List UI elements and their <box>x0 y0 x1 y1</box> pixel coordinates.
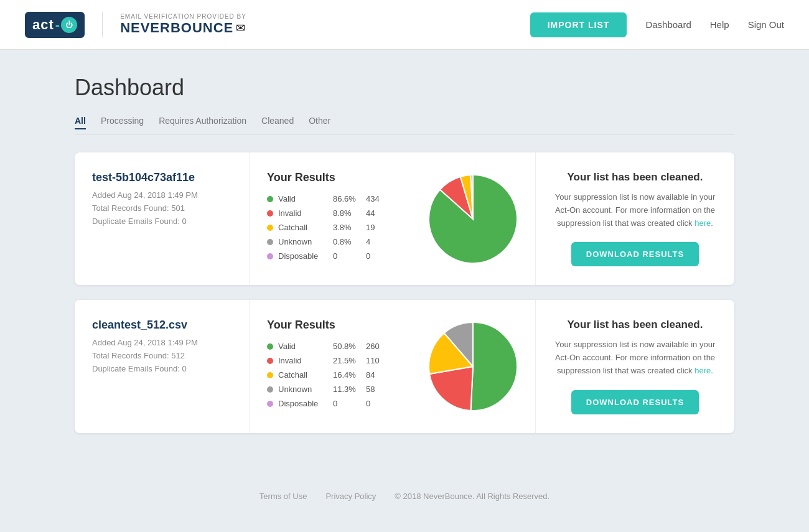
result-pct-4: 0 <box>333 399 361 408</box>
card-0: test-5b104c73af11e Added Aug 24, 2018 1:… <box>75 152 734 285</box>
result-row-3: Unknown 11.3% 58 <box>267 385 393 394</box>
dot-0 <box>267 196 273 202</box>
result-count-0: 260 <box>366 342 380 351</box>
card-results-0: Your Results Valid 86.6% 434 Invalid 8.8… <box>249 152 411 285</box>
result-label-4: Disposable <box>278 251 328 261</box>
list-dupes-1: Duplicate Emails Found: 0 <box>92 364 231 373</box>
dot-2 <box>267 372 273 378</box>
result-label-0: Valid <box>278 194 328 203</box>
cleaned-desc-0: Your suppression list is now available i… <box>553 191 717 230</box>
dot-4 <box>267 253 273 259</box>
download-button-1[interactable]: DOWNLOAD RESULTS <box>571 390 699 414</box>
result-count-3: 58 <box>366 385 375 394</box>
list-total-0: Total Records Found: 501 <box>92 203 231 213</box>
card-right-0: Your list has been cleaned. Your suppres… <box>535 152 734 285</box>
logo-act-text: act <box>32 17 54 33</box>
result-count-2: 84 <box>366 370 375 380</box>
dot-2 <box>267 225 273 231</box>
nav-sign-out[interactable]: Sign Out <box>748 19 784 30</box>
filter-tab-processing[interactable]: Processing <box>101 116 144 129</box>
logo-divider <box>102 12 103 37</box>
card-left-0: test-5b104c73af11e Added Aug 24, 2018 1:… <box>75 152 249 285</box>
result-pct-3: 11.3% <box>333 385 361 394</box>
cleaned-title-1: Your list has been cleaned. <box>568 319 703 331</box>
filter-tab-all[interactable]: All <box>75 116 86 129</box>
envelope-icon: ✉ <box>236 21 245 35</box>
import-list-button[interactable]: IMPORT LIST <box>530 12 627 37</box>
neverbounce-logo: EMAIL VERIFICATION PROVIDED BY NEVERBOUN… <box>120 13 246 36</box>
result-count-2: 19 <box>366 223 375 232</box>
logo-dash: - <box>55 17 60 33</box>
result-row-1: Invalid 8.8% 44 <box>267 208 393 218</box>
card-chart-1 <box>411 300 535 432</box>
here-link-0[interactable]: here <box>694 218 711 228</box>
result-count-1: 44 <box>366 208 375 218</box>
list-name-1: cleantest_512.csv <box>92 319 231 332</box>
result-label-4: Disposable <box>278 399 328 408</box>
result-count-3: 4 <box>366 237 370 246</box>
cards-container: test-5b104c73af11e Added Aug 24, 2018 1:… <box>75 152 734 433</box>
list-added-1: Added Aug 24, 2018 1:49 PM <box>92 338 231 347</box>
dot-1 <box>267 210 273 217</box>
nav-dashboard[interactable]: Dashboard <box>645 19 691 30</box>
card-left-1: cleantest_512.csv Added Aug 24, 2018 1:4… <box>75 300 249 432</box>
filter-tab-other[interactable]: Other <box>309 116 330 129</box>
card-results-1: Your Results Valid 50.8% 260 Invalid 21.… <box>249 300 411 432</box>
card-chart-0 <box>411 152 535 285</box>
neverbounce-text: NEVERBOUNCE <box>120 20 233 36</box>
dot-0 <box>267 343 273 350</box>
result-label-3: Unknown <box>278 237 328 246</box>
dot-3 <box>267 386 273 393</box>
result-pct-1: 8.8% <box>333 208 361 218</box>
dot-4 <box>267 401 273 407</box>
logo-on-icon: ⏻ <box>61 17 77 33</box>
dot-1 <box>267 358 273 364</box>
footer: Terms of Use Privacy Policy © 2018 Never… <box>0 473 809 520</box>
list-added-0: Added Aug 24, 2018 1:49 PM <box>92 190 231 200</box>
copyright-text: © 2018 NeverBounce. All Rights Reserved. <box>395 492 549 501</box>
result-pct-0: 86.6% <box>333 194 361 203</box>
result-pct-3: 0.8% <box>333 237 361 246</box>
result-row-2: Catchall 3.8% 19 <box>267 223 393 232</box>
result-label-1: Invalid <box>278 208 328 218</box>
result-pct-0: 50.8% <box>333 342 361 351</box>
results-title-1: Your Results <box>267 319 393 332</box>
header-right: IMPORT LIST Dashboard Help Sign Out <box>530 12 784 37</box>
result-row-4: Disposable 0 0 <box>267 251 393 261</box>
result-pct-1: 21.5% <box>333 356 361 365</box>
result-count-0: 434 <box>366 194 380 203</box>
cleaned-title-0: Your list has been cleaned. <box>568 171 703 184</box>
filter-tab-requires-auth[interactable]: Requires Authorization <box>159 116 246 129</box>
result-row-4: Disposable 0 0 <box>267 399 393 408</box>
header-left: act - ⏻ EMAIL VERIFICATION PROVIDED BY N… <box>25 12 246 38</box>
result-label-0: Valid <box>278 342 328 351</box>
result-pct-4: 0 <box>333 251 361 261</box>
result-pct-2: 16.4% <box>333 370 361 380</box>
result-row-0: Valid 50.8% 260 <box>267 342 393 351</box>
result-count-1: 110 <box>366 356 380 365</box>
list-total-1: Total Records Found: 512 <box>92 351 231 360</box>
here-link-1[interactable]: here <box>694 366 711 375</box>
result-label-1: Invalid <box>278 356 328 365</box>
result-label-3: Unknown <box>278 385 328 394</box>
result-row-0: Valid 86.6% 434 <box>267 194 393 203</box>
terms-link[interactable]: Terms of Use <box>260 492 307 501</box>
result-pct-2: 3.8% <box>333 223 361 232</box>
filter-tabs: All Processing Requires Authorization Cl… <box>75 116 734 135</box>
main-content: Dashboard All Processing Requires Author… <box>62 50 747 473</box>
acton-logo: act - ⏻ <box>25 12 85 38</box>
privacy-link[interactable]: Privacy Policy <box>325 492 376 501</box>
list-name-0: test-5b104c73af11e <box>92 171 231 184</box>
result-count-4: 0 <box>366 399 370 408</box>
card-right-1: Your list has been cleaned. Your suppres… <box>535 300 734 432</box>
provided-by-text: EMAIL VERIFICATION PROVIDED BY <box>120 13 246 20</box>
header: act - ⏻ EMAIL VERIFICATION PROVIDED BY N… <box>0 0 809 50</box>
download-button-0[interactable]: DOWNLOAD RESULTS <box>571 242 699 266</box>
filter-tab-cleaned[interactable]: Cleaned <box>261 116 294 129</box>
result-label-2: Catchall <box>278 223 328 232</box>
result-count-4: 0 <box>366 251 370 261</box>
cleaned-desc-1: Your suppression list is now available i… <box>553 338 717 377</box>
nav-help[interactable]: Help <box>710 19 729 30</box>
result-row-2: Catchall 16.4% 84 <box>267 370 393 380</box>
result-row-3: Unknown 0.8% 4 <box>267 237 393 246</box>
